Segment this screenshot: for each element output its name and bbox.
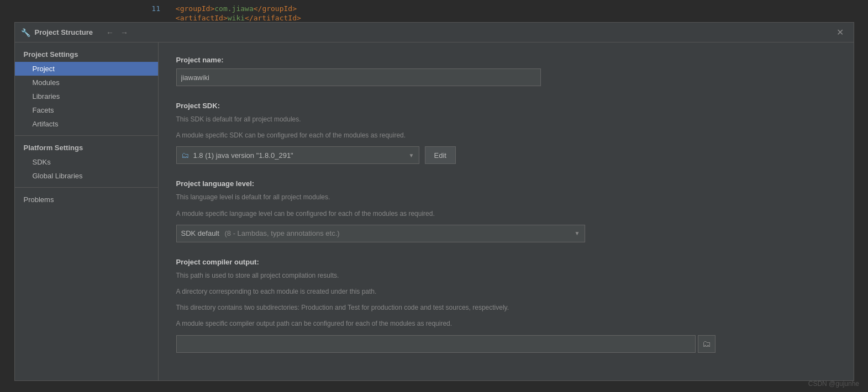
- main-content: Project name: Project SDK: This SDK is d…: [159, 43, 854, 380]
- sdk-desc1: This SDK is default for all project modu…: [176, 114, 836, 125]
- nav-forward-button[interactable]: →: [118, 27, 130, 39]
- language-dropdown-arrow: ▼: [575, 230, 580, 236]
- compiler-folder-button[interactable]: 🗂: [698, 335, 716, 353]
- sdk-select-inner: 🗂 1.8 (1) java version "1.8.0_291": [181, 151, 293, 160]
- dialog-title: Project Structure: [35, 28, 93, 36]
- project-settings-section-label: Project Settings: [15, 47, 158, 62]
- watermark: CSDN @gujunhe: [808, 380, 859, 388]
- sdk-dropdown-arrow: ▼: [409, 152, 414, 158]
- edit-sdk-button[interactable]: Edit: [425, 146, 456, 164]
- project-language-label: Project language level:: [176, 179, 836, 188]
- sidebar-item-global-libraries[interactable]: Global Libraries: [15, 169, 158, 183]
- dialog-icon: 🔧: [22, 28, 30, 37]
- compiler-output-row: 🗂: [176, 335, 836, 353]
- project-name-label: Project name:: [176, 56, 836, 64]
- close-button[interactable]: ✕: [834, 26, 847, 39]
- sdk-select[interactable]: 🗂 1.8 (1) java version "1.8.0_291" ▼: [176, 146, 419, 164]
- compiler-desc4: A module specific compiler output path c…: [176, 319, 836, 329]
- project-structure-dialog: 🔧 Project Structure ← → ✕ Project Settin…: [14, 22, 854, 381]
- sidebar: Project Settings Project Modules Librari…: [15, 43, 159, 380]
- project-name-section: Project name:: [176, 56, 836, 86]
- project-compiler-section: Project compiler output: This path is us…: [176, 258, 836, 353]
- sidebar-divider: [15, 135, 158, 136]
- sidebar-item-modules[interactable]: Modules: [15, 76, 158, 89]
- compiler-output-input[interactable]: [176, 335, 696, 353]
- sidebar-item-project[interactable]: Project: [15, 62, 158, 76]
- dialog-body: Project Settings Project Modules Librari…: [15, 43, 854, 380]
- compiler-desc2: A directory corresponding to each module…: [176, 287, 836, 297]
- project-sdk-section: Project SDK: This SDK is default for all…: [176, 102, 836, 164]
- sidebar-problems-label[interactable]: Problems: [15, 192, 158, 207]
- sdk-folder-icon: 🗂: [181, 151, 189, 160]
- sidebar-item-sdks[interactable]: SDKs: [15, 155, 158, 169]
- language-hint: (8 - Lambdas, type annotations etc.): [225, 229, 340, 237]
- title-left: 🔧 Project Structure ← →: [22, 27, 130, 39]
- sdk-value: 1.8 (1) java version "1.8.0_291": [193, 151, 293, 160]
- sdk-desc2: A module specific SDK can be configured …: [176, 130, 836, 141]
- sidebar-item-artifacts[interactable]: Artifacts: [15, 117, 158, 131]
- language-value: SDK default (8 - Lambdas, type annotatio…: [181, 229, 340, 237]
- project-name-input[interactable]: [176, 68, 541, 86]
- sidebar-divider-2: [15, 187, 158, 188]
- dialog-nav: ← →: [104, 27, 130, 39]
- project-sdk-label: Project SDK:: [176, 102, 836, 110]
- dialog-titlebar: 🔧 Project Structure ← → ✕: [15, 23, 854, 43]
- project-language-section: Project language level: This language le…: [176, 179, 836, 242]
- sdk-row: 🗂 1.8 (1) java version "1.8.0_291" ▼ Edi…: [176, 146, 836, 164]
- sidebar-item-libraries[interactable]: Libraries: [15, 89, 158, 103]
- language-level-select[interactable]: SDK default (8 - Lambdas, type annotatio…: [176, 225, 585, 242]
- project-compiler-label: Project compiler output:: [176, 258, 836, 266]
- folder-icon: 🗂: [702, 339, 711, 349]
- sidebar-item-facets[interactable]: Facets: [15, 103, 158, 117]
- compiler-desc1: This path is used to store all project c…: [176, 271, 836, 281]
- language-desc1: This language level is default for all p…: [176, 192, 836, 203]
- language-desc2: A module specific language level can be …: [176, 209, 836, 219]
- compiler-desc3: This directory contains two subdirectori…: [176, 303, 836, 313]
- nav-back-button[interactable]: ←: [104, 27, 116, 39]
- platform-settings-section-label: Platform Settings: [15, 140, 158, 155]
